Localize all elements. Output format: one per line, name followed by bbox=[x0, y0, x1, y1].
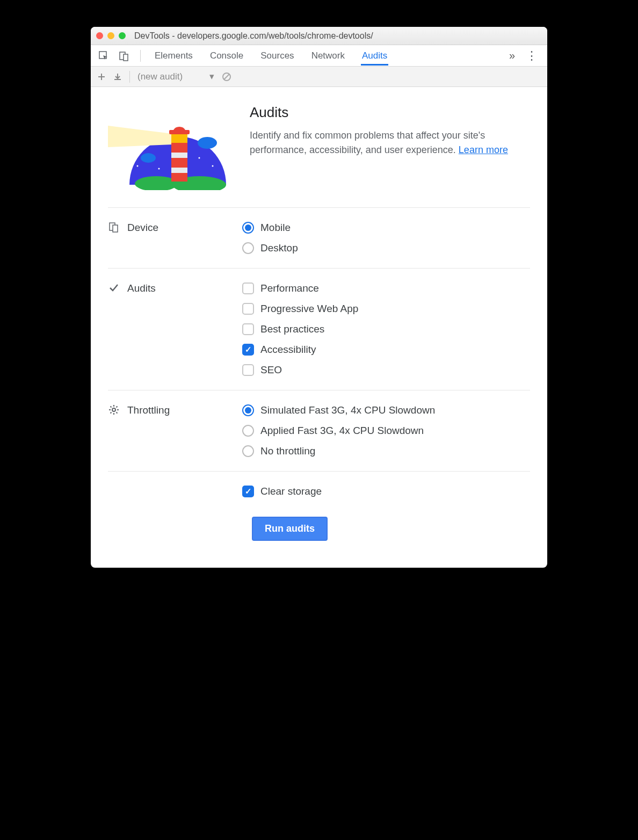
settings-menu-icon[interactable]: ⋮ bbox=[523, 49, 541, 63]
tab-network[interactable]: Network bbox=[310, 46, 346, 66]
throttling-label: Throttling bbox=[108, 404, 231, 457]
option-label: No throttling bbox=[260, 445, 315, 457]
audit-option-accessibility[interactable]: Accessibility bbox=[242, 344, 530, 356]
svg-rect-2 bbox=[124, 54, 128, 61]
device-section: Device Mobile Desktop bbox=[91, 208, 547, 268]
clear-storage-option[interactable]: Clear storage bbox=[242, 486, 530, 497]
storage-section: Clear storage bbox=[91, 472, 547, 511]
svg-point-24 bbox=[112, 408, 115, 411]
audit-dropdown[interactable]: (new audit) ▾ bbox=[137, 71, 214, 82]
intro-section: Audits Identify and fix common problems … bbox=[91, 104, 547, 207]
intro-description-text: Identify and fix common problems that af… bbox=[250, 130, 485, 155]
option-label: Simulated Fast 3G, 4x CPU Slowdown bbox=[260, 404, 435, 416]
svg-point-14 bbox=[198, 137, 217, 149]
audit-option-best-practices[interactable]: Best practices bbox=[242, 323, 530, 335]
radio-icon bbox=[242, 445, 254, 457]
svg-point-19 bbox=[212, 165, 214, 167]
storage-spacer bbox=[108, 486, 231, 497]
checkbox-icon bbox=[242, 323, 254, 335]
svg-point-15 bbox=[141, 153, 156, 163]
svg-marker-11 bbox=[171, 173, 187, 182]
throttling-label-text: Throttling bbox=[127, 404, 170, 416]
audit-option-pwa[interactable]: Progressive Web App bbox=[242, 303, 530, 315]
tab-elements[interactable]: Elements bbox=[154, 46, 194, 66]
device-options: Mobile Desktop bbox=[242, 222, 530, 254]
minimize-window-button[interactable] bbox=[107, 32, 114, 39]
svg-rect-13 bbox=[169, 130, 190, 134]
throttling-option-none[interactable]: No throttling bbox=[242, 445, 530, 457]
audits-options: Performance Progressive Web App Best pra… bbox=[242, 283, 530, 376]
inspect-element-icon[interactable] bbox=[97, 49, 110, 62]
radio-icon bbox=[242, 404, 254, 416]
download-icon[interactable] bbox=[113, 73, 122, 81]
lighthouse-illustration bbox=[108, 104, 237, 190]
option-label: Desktop bbox=[260, 242, 298, 254]
svg-point-21 bbox=[215, 152, 216, 154]
radio-icon bbox=[242, 222, 254, 234]
new-audit-icon[interactable] bbox=[97, 73, 106, 81]
audits-label: Audits bbox=[108, 283, 231, 376]
divider bbox=[140, 50, 141, 62]
intro-description: Identify and fix common problems that af… bbox=[250, 128, 530, 157]
checkbox-icon bbox=[242, 344, 254, 356]
throttling-options: Simulated Fast 3G, 4x CPU Slowdown Appli… bbox=[242, 404, 530, 457]
svg-point-18 bbox=[199, 157, 200, 159]
svg-marker-9 bbox=[171, 143, 187, 153]
option-label: Performance bbox=[260, 283, 319, 294]
tab-audits[interactable]: Audits bbox=[361, 46, 388, 66]
svg-rect-0 bbox=[99, 52, 106, 59]
option-label: Mobile bbox=[260, 222, 291, 234]
audits-toolbar: (new audit) ▾ bbox=[91, 67, 547, 87]
option-label: Clear storage bbox=[260, 486, 322, 497]
audits-section: Audits Performance Progressive Web App B… bbox=[91, 269, 547, 390]
learn-more-link[interactable]: Learn more bbox=[459, 144, 508, 155]
panel-tabs: Elements Console Sources Network Audits bbox=[154, 46, 502, 66]
checkbox-icon bbox=[242, 486, 254, 497]
option-label: Progressive Web App bbox=[260, 303, 358, 315]
tab-console[interactable]: Console bbox=[209, 46, 244, 66]
divider bbox=[129, 71, 130, 83]
throttling-option-applied[interactable]: Applied Fast 3G, 4x CPU Slowdown bbox=[242, 425, 530, 437]
option-label: Best practices bbox=[260, 323, 324, 335]
svg-marker-10 bbox=[171, 158, 187, 168]
checkbox-icon bbox=[242, 364, 254, 376]
traffic-lights bbox=[96, 32, 126, 39]
device-icon bbox=[108, 222, 120, 233]
option-label: Applied Fast 3G, 4x CPU Slowdown bbox=[260, 425, 424, 437]
run-audits-button[interactable]: Run audits bbox=[252, 517, 328, 541]
audit-option-seo[interactable]: SEO bbox=[242, 364, 530, 376]
more-tabs-icon[interactable]: » bbox=[509, 49, 515, 62]
audits-panel: Audits Identify and fix common problems … bbox=[91, 87, 547, 568]
tab-sources[interactable]: Sources bbox=[259, 46, 295, 66]
audit-option-performance[interactable]: Performance bbox=[242, 283, 530, 294]
svg-point-17 bbox=[158, 168, 160, 170]
checkbox-icon bbox=[242, 283, 254, 294]
checkbox-icon bbox=[242, 303, 254, 315]
device-label: Device bbox=[108, 222, 231, 254]
svg-line-4 bbox=[224, 74, 229, 79]
device-option-desktop[interactable]: Desktop bbox=[242, 242, 530, 254]
throttling-section: Throttling Simulated Fast 3G, 4x CPU Slo… bbox=[91, 390, 547, 471]
intro-text: Audits Identify and fix common problems … bbox=[250, 104, 530, 157]
clear-icon[interactable] bbox=[222, 72, 231, 82]
svg-point-20 bbox=[137, 165, 139, 167]
toggle-device-toolbar-icon[interactable] bbox=[118, 49, 130, 62]
option-label: Accessibility bbox=[260, 344, 316, 356]
maximize-window-button[interactable] bbox=[119, 32, 126, 39]
run-section: Run audits bbox=[91, 511, 547, 546]
titlebar: DevTools - developers.google.com/web/too… bbox=[91, 27, 547, 45]
throttling-option-simulated[interactable]: Simulated Fast 3G, 4x CPU Slowdown bbox=[242, 404, 530, 416]
chevron-down-icon: ▾ bbox=[209, 71, 214, 82]
storage-options: Clear storage bbox=[242, 486, 530, 497]
option-label: SEO bbox=[260, 364, 282, 376]
window-title: DevTools - developers.google.com/web/too… bbox=[134, 31, 373, 41]
gear-icon bbox=[108, 404, 120, 415]
audits-label-text: Audits bbox=[127, 283, 156, 294]
devtools-window: DevTools - developers.google.com/web/too… bbox=[91, 27, 547, 568]
close-window-button[interactable] bbox=[96, 32, 103, 39]
radio-icon bbox=[242, 425, 254, 437]
device-option-mobile[interactable]: Mobile bbox=[242, 222, 530, 234]
devtools-tabs-row: Elements Console Sources Network Audits … bbox=[91, 45, 547, 67]
intro-heading: Audits bbox=[250, 104, 530, 121]
device-label-text: Device bbox=[127, 222, 158, 234]
